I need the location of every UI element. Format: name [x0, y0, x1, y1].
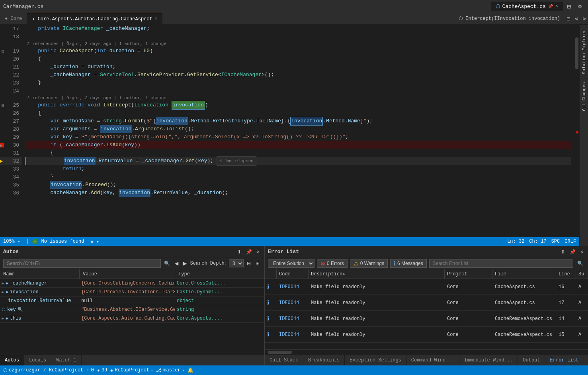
- code-area[interactable]: private ICacheManager _cacheManager; 2 r…: [22, 25, 574, 237]
- err-row2-project: Core: [445, 295, 492, 310]
- git-changes-label[interactable]: Git Changes: [581, 79, 587, 114]
- active-file-tab[interactable]: ⬡ CacheAspect.cs 📌 ×: [491, 2, 563, 11]
- err-col-project[interactable]: Project: [445, 269, 492, 279]
- autos-row-4[interactable]: ⬡ key 🔍 "Business.Abstract.ICarService.G…: [0, 305, 264, 314]
- editor-scrollbar[interactable]: [574, 25, 579, 237]
- autos-row3-type: object: [175, 296, 264, 305]
- error-row-2[interactable]: ℹ IDE0044 Make field readonly Core Cache…: [265, 295, 588, 311]
- git-repo-item[interactable]: ⬡ ozgurruzgar / ReCapProject: [3, 367, 83, 373]
- error-pin-btn[interactable]: ⬆: [559, 248, 567, 255]
- split-btn[interactable]: ⊟: [565, 15, 572, 22]
- git-pull-item[interactable]: ✦ 39: [97, 367, 107, 373]
- zoom-dropdown[interactable]: ▾: [18, 240, 20, 244]
- scrollbar-thumb[interactable]: [575, 37, 578, 69]
- ide-code-4[interactable]: IDE0044: [279, 332, 299, 338]
- messages-btn[interactable]: ℹ 6 Messages: [390, 259, 427, 268]
- tab-cacheaspect-close[interactable]: ×: [155, 17, 157, 21]
- tab-breakpoints[interactable]: Breakpoints: [303, 355, 345, 365]
- err-col-code[interactable]: Code: [277, 269, 309, 279]
- error-row-3[interactable]: ℹ IDE0044 Make field readonly Core Cache…: [265, 311, 588, 327]
- tab-exception-settings[interactable]: Exception Settings: [345, 355, 406, 365]
- autos-row-3[interactable]: invocation.ReturnValue null object: [0, 296, 264, 305]
- branch-dropdown[interactable]: ▾: [182, 368, 184, 373]
- editor-content[interactable]: 17 18 ⊟ 19 20 21 22 23 24: [0, 25, 579, 237]
- autos-row-2[interactable]: ▶ ◆ invocation {Castle.Proxies.Invocatio…: [0, 288, 264, 296]
- collapse-btn-25[interactable]: ⊟: [2, 103, 4, 108]
- err-row2-code[interactable]: IDE0044: [277, 295, 309, 310]
- ide-code-1[interactable]: IDE0044: [279, 284, 299, 290]
- tab-command-window[interactable]: Command Wind...: [406, 355, 459, 365]
- git-branch-item[interactable]: ⎇ master ▾: [156, 367, 184, 373]
- error-pin2-btn[interactable]: 📌: [568, 248, 577, 255]
- nav-prev-btn[interactable]: ⊲: [573, 15, 580, 22]
- tab-cacheaspect[interactable]: ✦ Core.Aspects.Autofac.Caching.CacheAspe…: [27, 13, 162, 24]
- tab-close-icon[interactable]: ×: [555, 4, 558, 9]
- expand-icon-5[interactable]: ▶: [2, 316, 4, 321]
- autos-search-btn[interactable]: 🔍: [162, 260, 172, 267]
- expand-icon-2[interactable]: ▶: [2, 290, 4, 295]
- ide-code-3[interactable]: IDE0044: [279, 316, 299, 322]
- error-hscrollbar[interactable]: [265, 349, 588, 354]
- err-row1-file[interactable]: CacheAspect.cs: [492, 279, 556, 295]
- git-solution-item[interactable]: ◈ ReCapProject ▾: [110, 367, 153, 373]
- solution-explorer-label[interactable]: Solution Explorer: [581, 26, 587, 77]
- hscroll-thumb[interactable]: [268, 351, 292, 354]
- crlf-status[interactable]: CRLF: [565, 239, 576, 244]
- autos-pin-btn[interactable]: ⬆: [236, 248, 243, 255]
- error-search-input[interactable]: [429, 259, 573, 268]
- errors-btn[interactable]: ⊗ 0 Errors: [317, 259, 348, 268]
- title-pin-btn[interactable]: ⊞: [565, 2, 574, 11]
- expand-icon-1[interactable]: ▶: [2, 281, 4, 286]
- title-settings-btn[interactable]: ⚙: [575, 2, 585, 11]
- autos-pin2-btn[interactable]: 📌: [244, 248, 254, 255]
- tab-immediate-window[interactable]: Immediate Wind...: [459, 355, 518, 365]
- err-col-file[interactable]: File: [492, 269, 556, 279]
- breadcrumb-method[interactable]: ⬡ Intercept(IInvocation invocation): [459, 16, 560, 22]
- error-search-btn[interactable]: 🔍: [576, 260, 585, 267]
- tab-pin-icon[interactable]: 📌: [548, 4, 553, 9]
- autos-nav-next-btn[interactable]: ▶: [182, 260, 188, 267]
- err-row1-code[interactable]: IDE0044: [277, 279, 309, 295]
- error-row-1[interactable]: ℹ IDE0044 Make field readonly Core Cache…: [265, 279, 588, 295]
- git-notification-item[interactable]: 🔔: [188, 367, 193, 373]
- nav-next-btn[interactable]: ⊳: [581, 15, 588, 22]
- search-depth-select[interactable]: 3 1 2 4 5: [229, 259, 244, 267]
- error-panel-title: Error List: [268, 249, 299, 255]
- autos-search-input[interactable]: [3, 259, 161, 268]
- git-dropdown[interactable]: ▾: [151, 368, 153, 373]
- error-row-4[interactable]: ℹ IDE0044 Make field readonly Core Cache…: [265, 327, 588, 343]
- autos-row-1[interactable]: ▶ ◆ _cacheManager {Core.CrossCuttingConc…: [0, 279, 264, 288]
- autos-nav-prev-btn[interactable]: ◀: [173, 260, 180, 267]
- err-col-line[interactable]: Line: [556, 269, 576, 279]
- tab-carmanager[interactable]: ♦ Core: [0, 13, 27, 24]
- collapse-btn-19[interactable]: ⊟: [2, 49, 4, 54]
- err-row1-desc: Make field readonly: [309, 279, 445, 295]
- locals-tab[interactable]: Locals: [24, 355, 51, 365]
- git-push-item[interactable]: ↑ 0: [86, 367, 94, 373]
- autos-tab[interactable]: Autos: [0, 355, 24, 365]
- err-row4-code[interactable]: IDE0044: [277, 327, 309, 342]
- tab-output[interactable]: Output: [518, 355, 545, 365]
- err-row2-line: 17: [556, 295, 576, 310]
- err-row4-file[interactable]: CacheRemoveAspect.cs: [492, 327, 556, 342]
- err-row3-file[interactable]: CacheRemoveAspect.cs: [492, 311, 556, 326]
- error-filter-select[interactable]: Entire Solution: [268, 259, 315, 268]
- tab-call-stack[interactable]: Call Stack: [265, 355, 303, 365]
- autos-filter-btn[interactable]: ⊟: [245, 260, 252, 267]
- autos-close-btn[interactable]: ×: [255, 248, 261, 255]
- err-row2-file[interactable]: CacheAspect.cs: [492, 295, 556, 310]
- autos-row-5[interactable]: ▶ ◆ this {Core.Aspects.Autofac.Caching.C…: [0, 314, 264, 323]
- tab-error-list[interactable]: Error List: [545, 355, 584, 365]
- err-col-desc[interactable]: Description ▲: [309, 269, 445, 279]
- ide-code-2[interactable]: IDE0044: [279, 300, 299, 306]
- nav-indicator[interactable]: ◈ ▾: [90, 239, 99, 245]
- error-close-btn[interactable]: ×: [579, 248, 585, 255]
- autos-expand-btn[interactable]: ⊞: [254, 260, 261, 267]
- warnings-btn[interactable]: ⚠ 0 Warnings: [350, 259, 388, 268]
- key-lens-icon[interactable]: 🔍: [18, 307, 23, 312]
- err-row3-code[interactable]: IDE0044: [277, 311, 309, 326]
- watch1-tab[interactable]: Watch 1: [51, 355, 81, 365]
- line-num-25: ⊟ 25: [0, 101, 22, 109]
- zoom-level[interactable]: 105%: [3, 239, 15, 244]
- error-icon: ⊗: [320, 260, 325, 267]
